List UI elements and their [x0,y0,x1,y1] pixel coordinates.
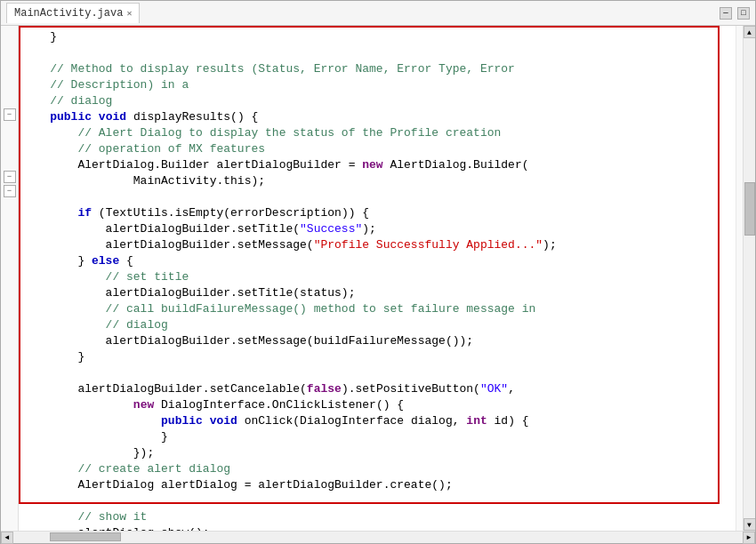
code-line [19,493,736,509]
code-line: alertDialogBuilder.setMessage("Profile S… [19,237,736,253]
code-line: // operation of MX features [19,141,736,157]
code-line: } [19,29,736,45]
restore-button[interactable]: □ [737,7,750,20]
code-line: alertDialogBuilder.setCancelable(false).… [19,381,736,397]
code-line [19,45,736,61]
main-window: MainActivity.java ✕ — □ − − − } [0,0,756,544]
code-line: }); [19,445,736,461]
code-line: } else { [19,253,736,269]
title-bar: MainActivity.java ✕ — □ [1,1,755,26]
code-line: } [19,349,736,365]
code-line: // Method to display results (Status, Er… [19,61,736,77]
file-tab[interactable]: MainActivity.java ✕ [6,3,140,23]
editor-area: − − − } // Method to display results (St… [1,26,755,531]
code-line: } [19,429,736,445]
code-line: MainActivity.this); [19,173,736,189]
tab-label: MainActivity.java [14,7,123,20]
code-line: // call buildFailureMessage() method to … [19,301,736,317]
tab-close-icon[interactable]: ✕ [126,8,132,19]
window-controls: — □ [720,7,750,20]
code-line: AlertDialog.Builder alertDialogBuilder =… [19,157,736,173]
fold-button-2[interactable]: − [4,171,16,183]
code-line: // dialog [19,93,736,109]
overview-gutter [736,26,743,531]
vertical-scrollbar[interactable]: ▲ ▼ [743,26,755,531]
scroll-thumb-vertical[interactable] [744,182,755,236]
code-line: alertDialog.show(); [19,525,736,531]
code-line: alertDialogBuilder.setMessage(buildFailu… [19,333,736,349]
scroll-track-vertical[interactable] [744,38,755,518]
scroll-down-button[interactable]: ▼ [744,518,756,531]
scroll-left-button[interactable]: ◄ [1,532,13,544]
scroll-up-button[interactable]: ▲ [744,26,756,38]
code-line [19,365,736,381]
code-line: new DialogInterface.OnClickListener() { [19,397,736,413]
minimize-button[interactable]: — [720,7,732,20]
code-line: // Alert Dialog to display the status of… [19,125,736,141]
scroll-thumb-horizontal[interactable] [50,532,121,541]
code-line: public void displayResults() { [19,109,736,125]
code-line: // show it [19,509,736,525]
fold-button-1[interactable]: − [4,108,16,121]
fold-button-3[interactable]: − [4,185,16,197]
code-line: alertDialogBuilder.setTitle(status); [19,285,736,301]
code-line: // create alert dialog [19,461,736,477]
code-line: public void onClick(DialogInterface dial… [19,413,736,429]
code-line: // dialog [19,317,736,333]
code-editor[interactable]: } // Method to display results (Status, … [19,26,736,531]
horizontal-scrollbar[interactable]: ◄ ► [1,531,755,543]
code-line [19,189,736,205]
code-line: alertDialogBuilder.setTitle("Success"); [19,221,736,237]
scroll-right-button[interactable]: ► [743,532,755,544]
code-line: if (TextUtils.isEmpty(errorDescription))… [19,205,736,221]
code-line: // set title [19,269,736,285]
code-line: // Description) in a [19,77,736,93]
fold-gutter: − − − [1,26,19,531]
scroll-track-horizontal[interactable] [13,532,743,543]
tab-area: MainActivity.java ✕ [6,3,140,23]
code-line: AlertDialog alertDialog = alertDialogBui… [19,477,736,493]
